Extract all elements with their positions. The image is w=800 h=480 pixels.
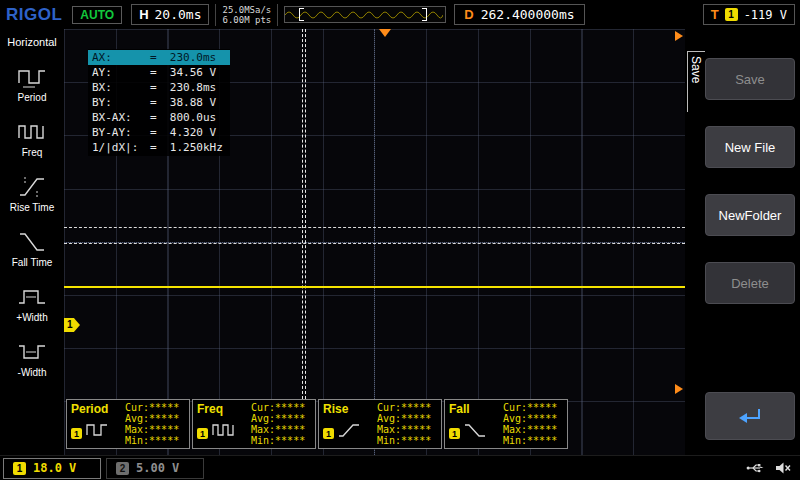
measure-channel-badge: 1 (323, 428, 334, 439)
measure-min: Min:***** (503, 435, 563, 446)
cursor-value: = 800.0us (150, 110, 216, 125)
graticule: 1 AX: = 230.0ms AY: = 34.56 V BX: = 230.… (64, 29, 685, 455)
menu-item-period[interactable]: Period (0, 64, 64, 103)
status-icons (746, 461, 792, 475)
trigger-level-value: -119 V (744, 8, 787, 22)
left-menu-title: Horizontal (0, 36, 64, 48)
measure-panel-rise: Rise 1 Cur:***** Avg:***** Max:***** Min… (318, 399, 442, 449)
freq-icon (211, 421, 235, 439)
memory-depth: 6.00M pts (222, 15, 271, 25)
period-icon (16, 64, 48, 90)
ch2-scale: 5.00 V (136, 461, 179, 475)
plus-width-icon (16, 284, 48, 310)
menu-item-freq[interactable]: Freq (0, 119, 64, 158)
cursor-value: = 4.320 V (150, 125, 216, 140)
measure-panel-fall: Fall 1 Cur:***** Avg:***** Max:***** Min… (444, 399, 568, 449)
measure-cur: Cur:***** (251, 402, 311, 413)
enter-button[interactable] (705, 392, 795, 440)
measure-max: Max:***** (125, 424, 185, 435)
measure-min: Min:***** (125, 435, 185, 446)
measure-name: Rise (323, 402, 377, 416)
menu-item-plus-width[interactable]: +Width (0, 284, 64, 323)
new-file-button[interactable]: New File (705, 126, 795, 168)
measure-channel-badge: 1 (197, 428, 208, 439)
ch1-position-marker[interactable]: 1 (64, 318, 80, 332)
preview-wave-icon (285, 8, 443, 21)
h-label: H (139, 7, 148, 22)
right-soft-menu: Save Save New File NewFolder Delete (685, 29, 800, 455)
trigger-level-offscreen-icon (675, 384, 683, 394)
measure-name: Period (71, 402, 125, 416)
t-label: T (711, 7, 719, 22)
freq-icon (16, 119, 48, 145)
rigol-logo: RIGOL (6, 5, 62, 25)
cursor-by-line[interactable] (64, 243, 685, 244)
measure-avg: Avg:***** (377, 413, 437, 424)
cursor-value: = 1.250kHz (150, 140, 223, 155)
horizontal-timebase-readout: H 20.0ms (131, 4, 209, 25)
d-label: D (464, 7, 473, 22)
cursor-bx-line[interactable] (305, 29, 306, 399)
timebase-value: 20.0ms (155, 7, 202, 22)
measure-name: Freq (197, 402, 251, 416)
ch1-trace (64, 286, 685, 288)
cursor-ax-line[interactable] (302, 29, 303, 399)
cursor-ay-line[interactable] (64, 227, 685, 228)
run-mode-badge: AUTO (72, 6, 122, 24)
cursor-row-by: BY: = 38.88 V (88, 95, 230, 110)
measure-channel-badge: 1 (449, 428, 460, 439)
cursor-value: = 34.56 V (150, 65, 216, 80)
menu-item-label: Period (18, 92, 47, 103)
waveform-memory-preview (284, 6, 446, 23)
cursor-label: 1/|dX|: (92, 140, 150, 155)
measure-min: Min:***** (251, 435, 311, 446)
menu-tab-save: Save (687, 51, 705, 112)
trigger-position-marker[interactable] (379, 29, 391, 37)
preview-right-bracket-icon (422, 8, 427, 21)
speaker-mute-icon (775, 461, 792, 475)
menu-item-label: +Width (16, 312, 47, 323)
measure-cur: Cur:***** (125, 402, 185, 413)
menu-item-minus-width[interactable]: -Width (0, 339, 64, 378)
fall-time-icon (463, 421, 487, 439)
rise-time-icon (337, 421, 361, 439)
measure-cur: Cur:***** (377, 402, 437, 413)
menu-item-rise-time[interactable]: Rise Time (0, 174, 64, 213)
measure-name: Fall (449, 402, 503, 416)
measure-avg: Avg:***** (251, 413, 311, 424)
cursor-label: AY: (92, 65, 150, 80)
trigger-readout: T 1 -119 V (703, 4, 795, 25)
cursor-row-inv-dx: 1/|dX|: = 1.250kHz (88, 140, 230, 155)
measure-max: Max:***** (503, 424, 563, 435)
cursor-label: BX: (92, 80, 150, 95)
measure-cur: Cur:***** (503, 402, 563, 413)
measure-channel-badge: 1 (71, 428, 82, 439)
measure-max: Max:***** (251, 424, 311, 435)
ch1-scale: 18.0 V (33, 461, 76, 475)
ch1-badge: 1 (13, 462, 26, 475)
acquisition-readout: 25.0MSa/s 6.00M pts (215, 4, 278, 26)
measure-min: Min:***** (377, 435, 437, 446)
channel-2-status[interactable]: 2 5.00 V (106, 458, 204, 479)
channel-1-status[interactable]: 1 18.0 V (3, 458, 101, 479)
channel-status-bar: 1 18.0 V 2 5.00 V (0, 455, 800, 480)
menu-item-fall-time[interactable]: Fall Time (0, 229, 64, 268)
top-status-bar: RIGOL AUTO H 20.0ms 25.0MSa/s 6.00M pts … (0, 0, 800, 29)
left-measure-menu: Horizontal Period Freq Rise Time Fall Ti… (0, 29, 64, 455)
menu-item-label: Freq (22, 147, 43, 158)
cursor-value: = 230.8ms (150, 80, 216, 95)
delete-button[interactable]: Delete (705, 262, 795, 304)
cursor-label: BY-AY: (92, 125, 150, 140)
delay-readout: D 262.400000ms (454, 4, 584, 25)
rise-time-icon (16, 174, 48, 200)
delay-value: 262.400000ms (481, 7, 575, 22)
cursor-label: AX: (92, 50, 150, 65)
save-button[interactable]: Save (705, 58, 795, 100)
cursor-row-ax: AX: = 230.0ms (88, 50, 230, 65)
measure-panel-period: Period 1 Cur:***** Avg:***** Max:***** M… (66, 399, 190, 449)
new-folder-button[interactable]: NewFolder (705, 194, 795, 236)
sample-rate: 25.0MSa/s (222, 5, 271, 15)
measurement-panels: Period 1 Cur:***** Avg:***** Max:***** M… (66, 399, 568, 449)
cursor-label: BY: (92, 95, 150, 110)
ch2-badge: 2 (116, 462, 129, 475)
